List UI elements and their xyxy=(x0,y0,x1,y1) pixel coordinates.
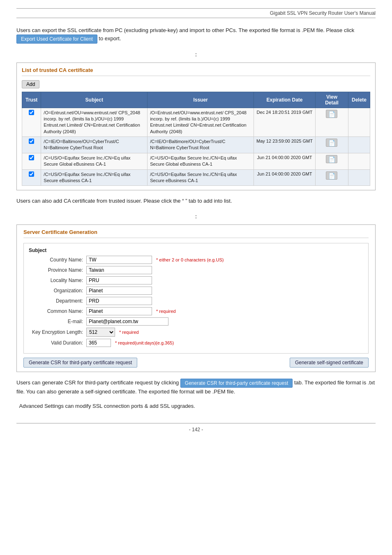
cert-section-title: Server Certificate Generation xyxy=(23,229,369,238)
page-number: - 142 - xyxy=(189,427,203,432)
view-detail-icon[interactable]: 📄 xyxy=(326,171,337,180)
view-detail-cell: 📄 xyxy=(315,169,348,186)
department-input[interactable] xyxy=(86,297,152,305)
delete-cell xyxy=(348,169,370,186)
valid-duration-row: Valid Duration: * required(unit:days)(e.… xyxy=(29,339,363,347)
locality-name-input[interactable] xyxy=(86,276,152,284)
locality-name-label: Locality Name: xyxy=(29,278,86,283)
cert-form-buttons: Generate CSR for third-party certificate… xyxy=(23,358,369,368)
subject-label: Subject xyxy=(29,247,363,253)
common-name-note: * required xyxy=(156,309,176,314)
country-name-label: Country Name: xyxy=(29,257,86,263)
common-name-label: Common Name: xyxy=(29,308,86,314)
bottom-note-1: Users can also add CA certificate from t… xyxy=(16,197,376,206)
organization-input[interactable] xyxy=(86,287,152,295)
expiry-cell: Dec 24 18:20:51 2019 GMT xyxy=(254,108,316,137)
view-detail-cell: 📄 xyxy=(315,137,348,153)
intro-text2: to export. xyxy=(99,35,121,42)
common-name-row: Common Name: * required xyxy=(29,307,363,315)
view-detail-cell: 📄 xyxy=(315,108,348,137)
colon-separator-2: ： xyxy=(16,213,376,220)
delete-cell xyxy=(348,153,370,169)
manual-title: Gigabit SSL VPN Security Router User's M… xyxy=(270,10,376,16)
country-name-input[interactable] xyxy=(86,256,152,264)
common-name-input[interactable] xyxy=(86,307,152,315)
province-name-input[interactable] xyxy=(86,266,152,274)
ca-certificate-table: Trust Subject Issuer Expiration Date Vie… xyxy=(22,92,370,186)
generate-csr-button[interactable]: Generate CSR for third-party certificate… xyxy=(23,358,137,368)
expiry-cell: May 12 23:59:00 2025 GMT xyxy=(254,137,316,153)
country-name-row: Country Name: * either 2 or 0 characters… xyxy=(29,256,363,264)
table-row: /C=US/O=Equifax Secure Inc./CN=Eq uifax … xyxy=(22,169,370,186)
trust-checkbox[interactable] xyxy=(29,171,34,177)
subject-cell: /O=Entrust.net/OU=www.entrust.net/ CPS_2… xyxy=(41,108,148,137)
key-encryption-row: Key Encryption Length: 512 1024 2048 * r… xyxy=(29,328,363,337)
add-ca-button[interactable]: Add xyxy=(22,80,39,88)
department-row: Department: xyxy=(29,297,363,305)
department-label: Department: xyxy=(29,298,86,304)
valid-duration-input[interactable] xyxy=(86,339,111,347)
locality-name-row: Locality Name: xyxy=(29,276,363,284)
table-row: /O=Entrust.net/OU=www.entrust.net/ CPS_2… xyxy=(22,108,370,137)
intro-paragraph: Users can export the SSL certificate fro… xyxy=(16,26,376,44)
ca-certificate-section: List of trusted CA certificate Add Trust… xyxy=(16,62,376,191)
view-detail-icon[interactable]: 📄 xyxy=(326,155,337,163)
col-delete: Delete xyxy=(348,92,370,108)
view-detail-icon[interactable]: 📄 xyxy=(326,139,337,147)
generate-csr-inline-button[interactable]: Generate CSR for third-party certificate… xyxy=(180,379,293,388)
issuer-cell: /C=US/O=Equifax Secure Inc./CN=Eq uifax … xyxy=(148,153,254,169)
key-encryption-select[interactable]: 512 1024 2048 xyxy=(86,328,115,337)
email-label: E-mail: xyxy=(29,319,86,324)
trust-checkbox[interactable] xyxy=(29,139,34,144)
province-name-label: Province Name: xyxy=(29,267,86,273)
expiry-cell: Jun 21 04:00:00 2020 GMT xyxy=(254,153,316,169)
expiry-cell: Jun 21 04:00:00 2020 GMT xyxy=(254,169,316,186)
view-detail-icon[interactable]: 📄 xyxy=(326,110,337,118)
colon-separator-1: ： xyxy=(16,51,376,58)
table-row: /C=US/O=Equifax Secure Inc./CN=Eq uifax … xyxy=(22,153,370,169)
issuer-cell: /O=Entrust.net/OU=www.entrust.net/ CPS_2… xyxy=(148,108,254,137)
ca-section-title: List of trusted CA certificate xyxy=(22,67,370,76)
subject-cell: /C=IE/O=Baltimore/OU=CyberTrust/C N=Balt… xyxy=(41,137,148,153)
subject-box: Subject Country Name: * either 2 or 0 ch… xyxy=(23,243,369,354)
issuer-cell: /C=IE/O=Baltimore/OU=CyberTrust/C N=Balt… xyxy=(148,137,254,153)
col-view-detail: View Detail xyxy=(315,92,348,108)
trust-checkbox[interactable] xyxy=(29,155,34,160)
subject-cell: /C=US/O=Equifax Secure Inc./CN=Eq uifax … xyxy=(41,169,148,186)
valid-duration-label: Valid Duration: xyxy=(29,340,86,346)
advanced-settings-text: Advanced Settings can modify SSL connect… xyxy=(16,402,376,411)
organization-label: Organization: xyxy=(29,288,86,294)
valid-duration-note: * required(unit:days)(e.g.365) xyxy=(115,340,174,345)
organization-row: Organization: xyxy=(29,287,363,295)
col-expiry: Expiration Date xyxy=(254,92,316,108)
export-certificate-button[interactable]: Export Used Certificate for Client xyxy=(16,35,97,44)
server-cert-section: Server Certificate Generation Subject Co… xyxy=(16,224,376,372)
col-issuer: Issuer xyxy=(148,92,254,108)
generate-self-signed-button[interactable]: Generate self-signed certificate xyxy=(290,358,369,368)
view-detail-cell: 📄 xyxy=(315,153,348,169)
issuer-cell: /C=US/O=Equifax Secure Inc./CN=Eq uifax … xyxy=(148,169,254,186)
page-footer: - 142 - xyxy=(16,423,376,432)
page-header: Gigabit SSL VPN Security Router User's M… xyxy=(16,8,376,18)
key-encryption-note: * required xyxy=(119,330,139,335)
trust-checkbox[interactable] xyxy=(29,110,34,115)
delete-cell xyxy=(348,108,370,137)
intro-text1: Users can export the SSL certificate fro… xyxy=(16,27,354,33)
table-row: /C=IE/O=Baltimore/OU=CyberTrust/C N=Balt… xyxy=(22,137,370,153)
csr-note-paragraph: Users can generate CSR for third-party c… xyxy=(16,379,376,396)
email-row: E-mail: xyxy=(29,317,363,326)
col-subject: Subject xyxy=(41,92,148,108)
country-name-note: * either 2 or 0 characters (e.g.US) xyxy=(156,257,224,262)
key-encryption-label: Key Encryption Length: xyxy=(29,329,86,335)
subject-cell: /C=US/O=Equifax Secure Inc./CN=Eq uifax … xyxy=(41,153,148,169)
delete-cell xyxy=(348,137,370,153)
province-name-row: Province Name: xyxy=(29,266,363,274)
col-trust: Trust xyxy=(22,92,41,108)
email-input[interactable] xyxy=(86,317,168,326)
